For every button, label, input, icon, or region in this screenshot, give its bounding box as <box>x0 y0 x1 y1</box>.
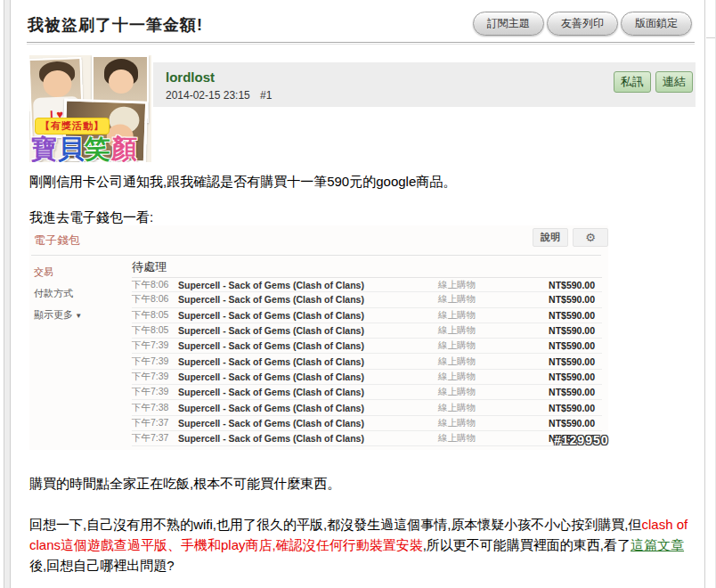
transaction-amount: NT$590.00 <box>545 356 595 367</box>
transaction-amount: NT$590.00 <box>545 372 595 382</box>
post-timestamp: 2014-02-15 23:15 <box>166 89 250 102</box>
transaction-type: 線上購物 <box>438 339 545 352</box>
post-paragraph-2: 我進去電子錢包一看: <box>29 207 693 227</box>
avatar-caption-char: 笑 <box>85 135 111 162</box>
paragraph4-text-3: 後,回想自己哪裡出問題? <box>29 558 175 573</box>
transaction-type: 線上購物 <box>438 371 545 383</box>
transaction-amount: NT$590.00 <box>545 340 595 351</box>
transaction-time: 下午7:37 <box>132 432 178 445</box>
friendly-print-button[interactable]: 友善列印 <box>547 12 618 36</box>
transaction-time: 下午7:39 <box>132 355 178 368</box>
image-watermark: #129950 <box>554 433 609 447</box>
transaction-time: 下午7:38 <box>132 402 178 414</box>
transaction-type: 線上購物 <box>438 417 545 429</box>
thread-toolbar: 訂閱主題 友善列印 版面鎖定 <box>473 12 692 36</box>
article-link[interactable]: 這篇文章 <box>631 537 684 552</box>
post-paragraph-1: 剛剛信用卡公司通知我,跟我確認是否有購買十一筆590元的google商品。 <box>29 171 693 192</box>
wallet-sidebar: 交易 付款方式 顯示更多 ▼ <box>34 265 82 330</box>
transaction-description: Supercell - Sack of Gems (Clash of Clans… <box>178 433 438 444</box>
transaction-description: Supercell - Sack of Gems (Clash of Clans… <box>178 418 438 429</box>
transaction-row[interactable]: 下午7:37 Supercell - Sack of Gems (Clash o… <box>132 416 602 431</box>
transaction-row[interactable]: 下午8:06 Supercell - Sack of Gems (Clash o… <box>132 277 602 292</box>
avatar-caption-char: 貝 <box>58 135 85 162</box>
transaction-amount: NT$590.00 <box>545 325 595 336</box>
transaction-description: Supercell - Sack of Gems (Clash of Clans… <box>178 387 438 397</box>
wallet-section-title: 待處理 <box>132 259 167 275</box>
transaction-row[interactable]: 下午7:39 Supercell - Sack of Gems (Clash o… <box>132 354 602 369</box>
wallet-help-button[interactable]: 說明 <box>533 228 568 247</box>
paragraph4-text-1: 回想一下,自己沒有用不熟的wifi,也用了很久的平版,都沒發生過這個事情,原本懷… <box>29 517 642 532</box>
transaction-type: 線上購物 <box>438 355 545 368</box>
transaction-description: Supercell - Sack of Gems (Clash of Clans… <box>178 372 438 382</box>
wallet-header-divider <box>31 255 601 256</box>
transaction-row[interactable]: 下午8:06 Supercell - Sack of Gems (Clash o… <box>132 292 602 307</box>
wallet-sidebar-item[interactable]: 交易 <box>34 265 82 279</box>
avatar[interactable]: I ♥ 【有獎活動】 寶貝笑顏 <box>29 55 151 162</box>
transaction-time: 下午7:39 <box>132 386 178 398</box>
transaction-type: 線上購物 <box>438 432 545 445</box>
transaction-type: 線上購物 <box>438 386 545 398</box>
transaction-description: Supercell - Sack of Gems (Clash of Clans… <box>178 280 438 290</box>
wallet-screenshot: 電子錢包 說明 ⚙ 交易 付款方式 顯示更多 ▼ 待處理 下午8:06 Supe… <box>29 225 608 450</box>
transaction-row[interactable]: 下午8:05 Supercell - Sack of Gems (Clash o… <box>132 308 602 323</box>
transaction-type: 線上購物 <box>438 309 545 322</box>
post-paragraph-4: 回想一下,自己沒有用不熟的wifi,也用了很久的平版,都沒發生過這個事情,原本懷… <box>29 514 693 576</box>
transaction-time: 下午7:39 <box>132 371 178 383</box>
title-divider <box>27 42 695 45</box>
post-paragraph-3: 購買的時間點全家正在吃飯,根本不可能買什麼東西。 <box>29 473 693 494</box>
post-link-button[interactable]: 連結 <box>655 71 693 93</box>
post-meta: 2014-02-15 23:15 #1 <box>166 89 272 102</box>
right-page-edge <box>704 0 716 588</box>
chevron-down-icon: ▼ <box>73 312 82 320</box>
private-message-button[interactable]: 私訊 <box>614 71 651 93</box>
transaction-amount: NT$590.00 <box>545 418 595 429</box>
transaction-type: 線上購物 <box>438 402 545 414</box>
author-username[interactable]: lordlost <box>166 69 215 85</box>
transaction-time: 下午7:37 <box>132 417 178 429</box>
avatar-caption-char: 寶 <box>31 135 58 162</box>
transaction-description: Supercell - Sack of Gems (Clash of Clans… <box>178 325 438 336</box>
post-number: #1 <box>260 89 272 102</box>
transaction-row[interactable]: 下午8:05 Supercell - Sack of Gems (Clash o… <box>132 323 602 339</box>
left-page-edge <box>0 0 12 588</box>
transaction-description: Supercell - Sack of Gems (Clash of Clans… <box>178 356 438 367</box>
wallet-transaction-table: 下午8:06 Supercell - Sack of Gems (Clash o… <box>132 277 602 446</box>
transaction-time: 下午8:05 <box>132 324 178 337</box>
transaction-row[interactable]: 下午7:39 Supercell - Sack of Gems (Clash o… <box>132 339 602 354</box>
transaction-row[interactable]: 下午7:39 Supercell - Sack of Gems (Clash o… <box>132 385 602 400</box>
wallet-sidebar-item[interactable]: 付款方式 <box>34 287 82 300</box>
subscribe-topic-button[interactable]: 訂閱主題 <box>473 12 544 36</box>
avatar-caption: 寶貝笑顏 <box>31 132 138 162</box>
forum-page: 我被盜刷了十一筆金額! 訂閱主題 友善列印 版面鎖定 I ♥ 【有獎活動】 寶貝… <box>0 0 716 588</box>
thread-title: 我被盜刷了十一筆金額! <box>28 14 203 36</box>
gear-icon[interactable]: ⚙ <box>573 228 608 247</box>
transaction-amount: NT$590.00 <box>545 294 595 305</box>
avatar-caption-char: 顏 <box>111 135 138 162</box>
post-header-bar: lordlost 2014-02-15 23:15 #1 私訊 連結 <box>153 62 696 107</box>
transaction-time: 下午8:06 <box>132 279 178 291</box>
transaction-amount: NT$590.00 <box>545 403 595 413</box>
transaction-row[interactable]: 下午7:38 Supercell - Sack of Gems (Clash o… <box>132 400 602 415</box>
transaction-time: 下午8:05 <box>132 309 178 322</box>
transaction-description: Supercell - Sack of Gems (Clash of Clans… <box>178 294 438 305</box>
transaction-amount: NT$590.00 <box>545 310 595 321</box>
transaction-description: Supercell - Sack of Gems (Clash of Clans… <box>178 403 438 413</box>
transaction-amount: NT$590.00 <box>545 387 595 397</box>
transaction-description: Supercell - Sack of Gems (Clash of Clans… <box>178 310 438 321</box>
transaction-type: 線上購物 <box>438 324 545 337</box>
board-lock-button[interactable]: 版面鎖定 <box>621 12 692 36</box>
transaction-time: 下午8:06 <box>132 293 178 306</box>
transaction-row[interactable]: 下午7:37 Supercell - Sack of Gems (Clash o… <box>132 431 602 446</box>
transaction-row[interactable]: 下午7:39 Supercell - Sack of Gems (Clash o… <box>132 370 602 385</box>
transaction-amount: NT$590.00 <box>545 280 595 290</box>
wallet-sidebar-item[interactable]: 顯示更多 ▼ <box>34 308 82 322</box>
wallet-title: 電子錢包 <box>34 233 80 249</box>
transaction-time: 下午7:39 <box>132 339 178 352</box>
transaction-description: Supercell - Sack of Gems (Clash of Clans… <box>178 340 438 351</box>
transaction-type: 線上購物 <box>438 293 545 306</box>
paragraph4-text-2: ,所以更不可能購買裡面的東西,看了 <box>423 537 631 552</box>
transaction-type: 線上購物 <box>438 279 545 291</box>
